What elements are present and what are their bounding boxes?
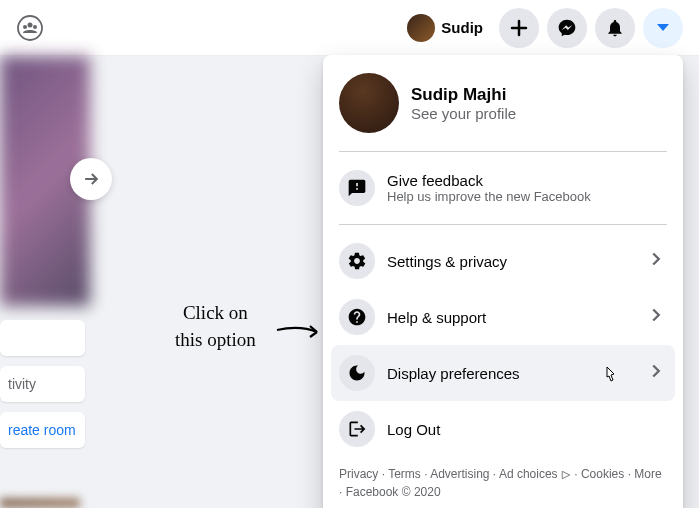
left-card-activity[interactable]: tivity xyxy=(0,366,85,402)
profile-link[interactable]: Sudip Majhi See your profile xyxy=(331,63,675,143)
divider xyxy=(339,224,667,225)
account-dropdown: Sudip Majhi See your profile Give feedba… xyxy=(323,55,683,508)
menu-item-label: Give feedback xyxy=(387,172,667,189)
settings-privacy-item[interactable]: Settings & privacy xyxy=(331,233,675,289)
left-card-blank[interactable] xyxy=(0,320,85,356)
username-label: Sudip xyxy=(441,19,483,36)
logout-item[interactable]: Log Out xyxy=(331,401,675,457)
help-support-item[interactable]: Help & support xyxy=(331,289,675,345)
footer-copyright: Facebook © 2020 xyxy=(346,485,441,499)
menu-item-label: Settings & privacy xyxy=(387,253,633,270)
messenger-button[interactable] xyxy=(547,8,587,48)
divider xyxy=(339,151,667,152)
svg-point-3 xyxy=(33,25,37,29)
avatar xyxy=(407,14,435,42)
profile-subtitle: See your profile xyxy=(411,105,516,122)
menu-item-sub: Help us improve the new Facebook xyxy=(387,189,667,204)
footer-more[interactable]: More xyxy=(634,467,661,481)
help-icon xyxy=(339,299,375,335)
blurred-content-bottom xyxy=(0,498,80,508)
chevron-right-icon xyxy=(645,304,667,330)
caret-down-icon xyxy=(657,24,669,31)
avatar xyxy=(339,73,399,133)
top-bar: Sudip xyxy=(0,0,699,56)
create-room-link[interactable]: reate room xyxy=(0,412,85,448)
account-dropdown-button[interactable] xyxy=(643,8,683,48)
menu-item-label: Help & support xyxy=(387,309,633,326)
footer-adchoices[interactable]: Ad choices xyxy=(499,467,558,481)
footer-privacy[interactable]: Privacy xyxy=(339,467,378,481)
story-next-arrow[interactable] xyxy=(70,158,112,200)
footer-advertising[interactable]: Advertising xyxy=(430,467,489,481)
dropdown-footer: Privacy · Terms · Advertising · Ad choic… xyxy=(331,457,675,508)
moon-icon xyxy=(339,355,375,391)
profile-name: Sudip Majhi xyxy=(411,85,516,105)
footer-cookies[interactable]: Cookies xyxy=(581,467,624,481)
annotation-text: Click on this option xyxy=(175,300,256,353)
gear-icon xyxy=(339,243,375,279)
svg-point-2 xyxy=(23,25,27,29)
annotation-arrow xyxy=(275,320,325,350)
create-button[interactable] xyxy=(499,8,539,48)
notifications-button[interactable] xyxy=(595,8,635,48)
chevron-right-icon xyxy=(645,360,667,386)
svg-point-0 xyxy=(18,16,42,40)
display-preferences-item[interactable]: Display preferences xyxy=(331,345,675,401)
feedback-item[interactable]: Give feedback Help us improve the new Fa… xyxy=(331,160,675,216)
menu-item-label: Display preferences xyxy=(387,365,633,382)
feedback-icon xyxy=(339,170,375,206)
chevron-right-icon xyxy=(645,248,667,274)
footer-terms[interactable]: Terms xyxy=(388,467,421,481)
groups-icon[interactable] xyxy=(16,14,44,42)
user-chip[interactable]: Sudip xyxy=(399,10,491,46)
menu-item-label: Log Out xyxy=(387,421,667,438)
svg-point-1 xyxy=(28,22,33,27)
logout-icon xyxy=(339,411,375,447)
